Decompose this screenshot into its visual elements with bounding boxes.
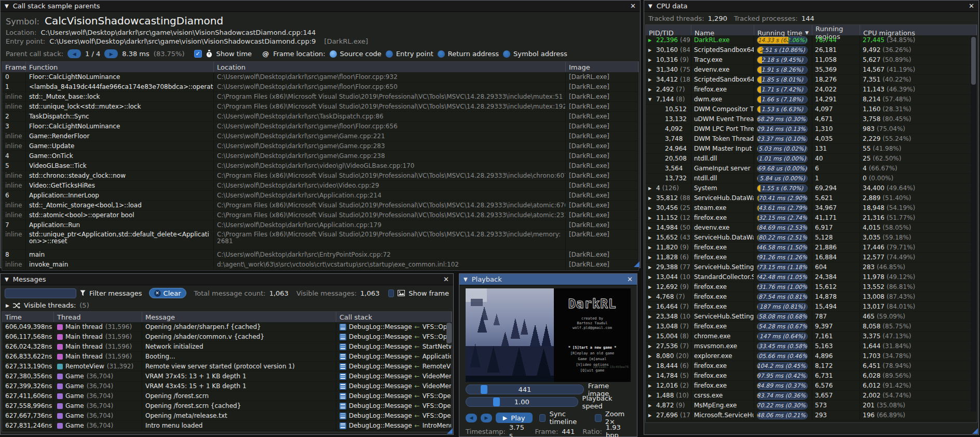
cpu-process-row[interactable]: 24,964DWM Master Input Threa5.03 ms (0.0…	[646, 144, 977, 154]
filter-input[interactable]	[5, 288, 76, 298]
cpu-process-row[interactable]: ▶4,768(7)firefox.exe187.54 ms (0.81%)187…	[646, 292, 977, 302]
cpu-process-row[interactable]: 13,732ntdll.dll5.84 us (0.00%)5.84 us (0…	[646, 174, 977, 183]
tree-toggle-icon[interactable]: ▶	[648, 87, 654, 92]
tree-toggle-icon[interactable]: ▶	[648, 196, 654, 201]
close-icon[interactable]: ✕	[969, 2, 974, 10]
tree-toggle-icon[interactable]: ▶	[648, 403, 654, 408]
frame-image-slider[interactable]: 441	[466, 385, 584, 394]
cpu-process-row[interactable]: ▶11,820(9)firefox.exe346.58 ms (1.50%)34…	[646, 243, 977, 253]
callstack-list-icon[interactable]	[339, 324, 346, 330]
tree-toggle-icon[interactable]: ▶	[648, 285, 654, 289]
show-frame-checkbox[interactable]	[388, 289, 394, 297]
callstack-row[interactable]: 7Application::RunC:\Users\wolf\Desktop\d…	[2, 220, 638, 230]
callstack-row[interactable]: inlinestd::unique_ptr<Application,std::d…	[2, 230, 638, 250]
cpu-process-row[interactable]: 3,748DWM Token Thread23.37 ms (0.10%)23.…	[646, 134, 977, 144]
tree-toggle-icon[interactable]: ▶	[648, 206, 654, 210]
tree-toggle-icon[interactable]: ▶	[648, 275, 654, 280]
tree-toggle-icon[interactable]: ▶	[648, 48, 654, 52]
sync-timeline-checkbox[interactable]	[539, 414, 546, 422]
tree-toggle-icon[interactable]: ▶	[648, 413, 654, 418]
message-row[interactable]: 627,313,190nsRemoteView(31,392)Remote vi…	[2, 362, 452, 372]
message-row[interactable]: 626,024,328nsMain thread(31,596)Network …	[2, 342, 452, 352]
cpu-process-row[interactable]: ▶30,160(84)ScriptedSandbox64.exe2.51 s (…	[646, 45, 977, 55]
tree-toggle-icon[interactable]: ▶	[648, 245, 654, 250]
cpu-process-row[interactable]: ▶11,152(12)firefox.exe632.15 ms (2.74%)6…	[646, 213, 977, 223]
resize-grip[interactable]	[634, 261, 639, 267]
cpu-process-row[interactable]: ▶11,828(6)firefox.exe291.26 ms (1.26%)29…	[646, 253, 977, 262]
radio-entry-point[interactable]	[386, 50, 393, 58]
tree-toggle-icon[interactable]: ▶	[648, 77, 654, 82]
cpu-process-row[interactable]: ▶29,388(77)ServiceHub.SettingsHost273.15…	[646, 262, 977, 272]
callstack-row[interactable]: inlinestd::_Mutex_base::lockC:\Program F…	[2, 92, 638, 102]
callstack-list-icon[interactable]	[339, 334, 346, 340]
tree-toggle-icon[interactable]: ▶	[648, 216, 654, 220]
visible-threads-row[interactable]: ▶ Visible threads: (5)	[1, 301, 453, 311]
cpu-process-row[interactable]: 20,508ntdll.dll1.01 ms (0.00%)1.01 ms (0…	[646, 154, 977, 164]
cpu-process-row[interactable]: ▶27,696(17)Microsoft.ServiceHub.Co48.06 …	[646, 410, 977, 420]
tree-toggle-icon[interactable]: ▶	[648, 314, 654, 319]
cpu-process-row[interactable]: ▶14,984(50)devenv.exe584.69 ms (2.53%)58…	[646, 223, 977, 233]
cpu-process-row[interactable]: ▶12,016(2)firefox.exe84.89 ms (0.37%)84.…	[646, 381, 977, 391]
collapse-icon[interactable]: ▼	[464, 276, 468, 282]
tree-toggle-icon[interactable]: ▶	[648, 38, 654, 43]
callstack-list-icon[interactable]	[339, 422, 346, 429]
tree-toggle-icon[interactable]: ▶	[648, 58, 654, 62]
cpu-process-row[interactable]: ▶30,456(25)steam.exe643.61 ms (2.79%)643…	[646, 203, 977, 213]
collapse-icon[interactable]: ▼	[5, 3, 9, 9]
callstack-row[interactable]: inlineGame::UpdateC:\Users\wolf\Desktop\…	[2, 141, 638, 151]
message-row[interactable]: 627,667,736nsGame(36,704)Opening /meta/r…	[2, 411, 452, 421]
message-row[interactable]: 626,833,622nsMain thread(31,596)Booting.…	[2, 352, 452, 362]
callstack-row[interactable]: 4Game::OnTickC:\Users\wolf\Desktop\darkr…	[2, 151, 638, 161]
callstack-row[interactable]: 8mainC:\Users\wolf\Desktop\darkrl\src\En…	[2, 250, 638, 260]
tree-toggle-icon[interactable]: ▶	[648, 383, 654, 388]
callstack-row[interactable]: inlineVideo::GetTicksHiResC:\Users\wolf\…	[2, 181, 638, 191]
cpu-process-row[interactable]: ▶2,492(7)firefox.exe1.71 s (7.42%)1.71 s…	[646, 85, 977, 95]
message-row[interactable]: 627,831,246nsGame(36,704)Intro menu load…	[2, 421, 452, 431]
cpu-process-row[interactable]: ▶13,044(10)StandardCollector.Servic242.4…	[646, 272, 977, 282]
messages-scrollbar[interactable]	[446, 323, 452, 343]
cpu-process-row[interactable]: 3,564GameInput server69.68 us (0.00%)69.…	[646, 164, 977, 174]
callstack-row[interactable]: 6Application::InnerLoopC:\Users\wolf\Des…	[2, 191, 638, 201]
tree-toggle-icon[interactable]: ▶	[648, 393, 654, 398]
tree-toggle-icon[interactable]: ▶	[648, 324, 654, 329]
callstack-list-icon[interactable]	[339, 393, 346, 400]
step-forward-button[interactable]: ▶	[481, 414, 492, 422]
col-location[interactable]: Location	[214, 62, 566, 72]
tree-toggle-icon[interactable]: ▶	[648, 374, 654, 378]
tree-toggle-icon[interactable]: ▶	[648, 186, 654, 191]
tree-toggle-icon[interactable]: ▶	[648, 68, 654, 72]
collapse-icon[interactable]: ▼	[648, 3, 652, 9]
callstack-row[interactable]: 3Floor::CalcLightNoLuminanceC:\Users\wol…	[2, 122, 638, 131]
message-row[interactable]: 627,399,326nsGame(36,704)VRAM 43x45: 15 …	[2, 381, 452, 391]
callstack-list-icon[interactable]	[339, 343, 346, 350]
cpu-process-row[interactable]: ▶8,080(20)explorer.exe105.66 ms (0.46%)1…	[646, 351, 977, 361]
cpu-process-row[interactable]: ▶4,872(9)MsMpEng.exe70.22 ms (0.30%)70.2…	[646, 401, 977, 410]
message-row[interactable]: 627,411,606nsGame(36,704)Opening /forest…	[2, 391, 452, 401]
tree-toggle-icon[interactable]: ▶	[648, 304, 654, 309]
col-callstack[interactable]: Call stack	[336, 312, 452, 322]
message-row[interactable]: 606,049,398nsMain thread(31,596)Opening …	[2, 322, 452, 332]
cpu-process-row[interactable]: ▶4(126)System1.55 s (6.70%)1.55 s (6.70%…	[646, 183, 977, 193]
cpu-process-row[interactable]: ▶10,316(9)Tracy.exe2.18 s (9.45%)2.18 s …	[646, 55, 977, 65]
tree-toggle-icon[interactable]: ▶	[648, 354, 654, 359]
cpu-process-row[interactable]: ▶12,692(9)firefox.exe231.76 ms (1.00%)23…	[646, 282, 977, 292]
callstack-row[interactable]: inlinestd::_Atomic_storage<bool,1>::load…	[2, 201, 638, 210]
resize-grip[interactable]	[447, 428, 453, 434]
tree-toggle-icon[interactable]: ▶	[648, 295, 654, 299]
col-frame[interactable]: Frame	[2, 62, 26, 72]
col-image[interactable]: Image	[566, 62, 638, 72]
cpu-process-row[interactable]: ▶15,652(43)ServiceHub.DataWareho580.22 m…	[646, 233, 977, 243]
callstack-list-icon[interactable]	[339, 373, 346, 380]
expand-icon[interactable]: ▶	[6, 303, 9, 308]
radio-entry-point-label[interactable]: Entry point	[396, 50, 433, 58]
cpu-process-row[interactable]: ▼7,144(8)dwm.exe1.66 s (7.18%)1.66 s (7.…	[646, 95, 977, 104]
radio-source-code[interactable]	[330, 50, 337, 58]
step-back-button[interactable]: ◀	[466, 414, 477, 422]
col-message[interactable]: Message	[142, 312, 336, 322]
cpu-process-row[interactable]: 4,092DWM LPC Port Thread29.16 ms (0.13%)…	[646, 124, 977, 134]
radio-symbol-address[interactable]	[503, 50, 510, 58]
callstack-row[interactable]: inlineGame::RenderFloorC:\Users\wolf\Des…	[2, 131, 638, 141]
callstack-row[interactable]: 5VideoGLBase::TickC:\Users\wolf\Desktop\…	[2, 161, 638, 171]
message-row[interactable]: 627,558,996nsGame(36,704)Opening /forest…	[2, 401, 452, 411]
callstack-list-icon[interactable]	[339, 413, 346, 419]
